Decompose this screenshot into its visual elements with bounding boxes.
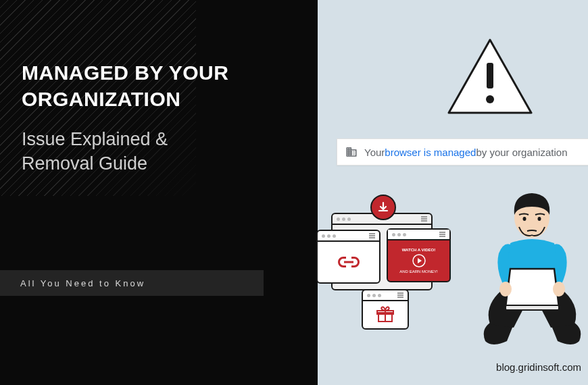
download-icon — [377, 201, 389, 213]
window-titlebar — [318, 231, 379, 242]
left-panel: MANAGED BY YOUR ORGANIZATION Issue Expla… — [0, 0, 318, 385]
svg-rect-1 — [487, 63, 493, 88]
tag-bar: All You Need to Know — [0, 270, 264, 296]
svg-point-13 — [553, 282, 565, 297]
notice-link: browser is managed — [385, 147, 476, 158]
window-dot-icon — [378, 294, 381, 297]
window-dot-icon — [392, 233, 395, 236]
warning-triangle-icon — [446, 37, 534, 118]
svg-point-2 — [486, 95, 494, 103]
window-titlebar — [388, 230, 449, 240]
notice-suffix: by your organization — [476, 147, 567, 158]
hamburger-icon — [421, 216, 427, 222]
tag-text: All You Need to Know — [20, 278, 145, 288]
window-gift — [362, 289, 409, 330]
main-heading-line2: ORGANIZATION — [22, 86, 228, 112]
download-badge — [370, 195, 396, 220]
window-dot-icon — [342, 217, 345, 221]
video-title: WATCH A VIDEO! — [402, 248, 435, 252]
svg-point-10 — [538, 217, 541, 221]
window-titlebar — [363, 290, 408, 301]
sub-heading-line1: Issue Explained & — [22, 127, 168, 151]
hamburger-icon — [439, 232, 445, 237]
hamburger-icon — [397, 292, 403, 298]
window-dot-icon — [372, 294, 376, 297]
svg-marker-4 — [418, 258, 422, 263]
sub-heading: Issue Explained & Removal Guide — [22, 127, 168, 176]
main-heading-line1: MANAGED BY YOUR — [22, 59, 228, 86]
window-video-ad: WATCH A VIDEO! AND EARN MONEY! — [387, 228, 451, 282]
person-with-laptop-illustration — [473, 189, 588, 348]
svg-rect-11 — [506, 305, 559, 310]
svg-point-12 — [499, 282, 512, 297]
window-dot-icon — [403, 233, 406, 236]
footer-url: blog.gridinsoft.com — [496, 361, 581, 373]
video-subtitle: AND EARN MONEY! — [399, 270, 437, 274]
hamburger-icon — [369, 233, 375, 238]
window-dot-icon — [327, 234, 330, 238]
window-dot-icon — [367, 294, 370, 297]
sub-heading-line2: Removal Guide — [22, 151, 168, 176]
window-dot-icon — [337, 217, 340, 221]
main-heading: MANAGED BY YOUR ORGANIZATION — [22, 59, 228, 112]
svg-point-9 — [523, 217, 526, 221]
browser-managed-notice: Your browser is managed by your organiza… — [337, 138, 588, 165]
window-dot-icon — [322, 234, 325, 238]
gift-icon — [376, 306, 394, 324]
window-dot-icon — [347, 217, 351, 221]
play-icon — [412, 254, 426, 267]
banner-container: MANAGED BY YOUR ORGANIZATION Issue Expla… — [0, 0, 588, 385]
notice-prefix: Your — [364, 147, 385, 158]
window-dot-icon — [397, 233, 401, 236]
link-icon — [337, 255, 361, 269]
building-icon — [345, 146, 358, 158]
window-link — [316, 230, 381, 284]
window-dot-icon — [333, 234, 336, 238]
